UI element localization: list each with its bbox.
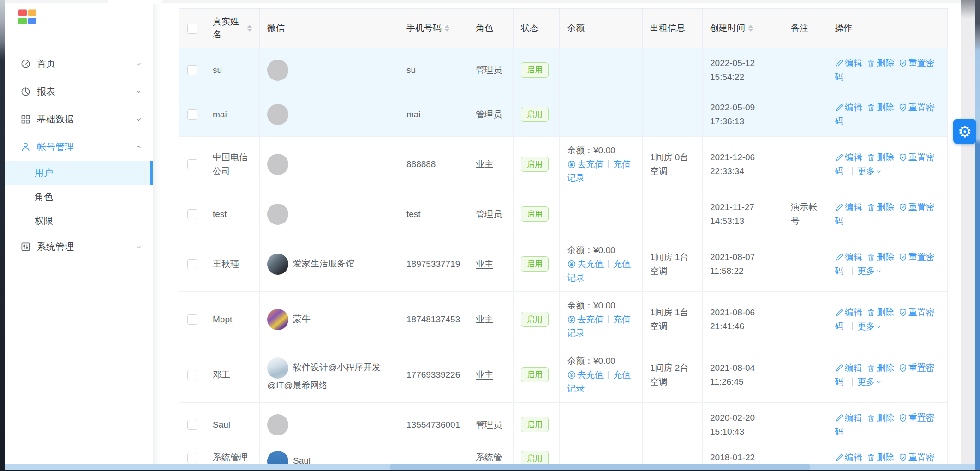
edit-label: 编辑 (845, 252, 862, 262)
role-link[interactable]: 业主 (476, 314, 493, 324)
sidebar-item-home[interactable]: 首页 (5, 50, 153, 78)
role-text: 管理员 (476, 109, 502, 119)
row-checkbox[interactable] (187, 370, 197, 380)
wechat-avatar (267, 254, 288, 275)
sort-desc-caret[interactable] (445, 29, 449, 32)
row-checkbox[interactable] (187, 420, 197, 430)
row-checkbox[interactable] (187, 65, 197, 75)
edit-link[interactable]: 编辑 (835, 363, 862, 373)
status-badge: 启用 (521, 367, 549, 382)
delete-link[interactable]: 删除 (866, 413, 894, 423)
table-row: 邓工软件设计@小程序开发@IT@晨希网络17769339226业主启用余额：¥0… (179, 347, 948, 403)
cell-name: mai (205, 92, 260, 137)
row-checkbox[interactable] (187, 109, 197, 120)
edit-link[interactable]: 编辑 (835, 252, 862, 262)
sidebar-item-users[interactable]: 用户 (5, 161, 153, 185)
cell-role: 管理员 (468, 92, 514, 137)
role-text: 管理员 (476, 420, 502, 429)
sort-desc-caret[interactable] (748, 29, 753, 32)
cell-phone: su (399, 48, 468, 92)
cell-select (179, 137, 205, 192)
more-link[interactable]: 更多 (857, 321, 882, 331)
edit-link[interactable]: 编辑 (835, 202, 862, 212)
recharge-link[interactable]: 去充值 (567, 314, 604, 324)
sidebar-item-system[interactable]: 系统管理 (5, 233, 153, 260)
cell-ops: 编辑删除重置密码更多 (827, 347, 948, 403)
column-header-name[interactable]: 真实姓名 (205, 9, 260, 48)
delete-link[interactable]: 删除 (866, 363, 894, 373)
inner-scrollbar-track[interactable] (961, 0, 975, 471)
delete-link[interactable]: 删除 (866, 58, 894, 68)
delete-link[interactable]: 删除 (866, 308, 894, 317)
sort-asc-caret[interactable] (247, 25, 252, 28)
delete-label: 删除 (877, 252, 894, 262)
cell-wechat (260, 192, 399, 236)
delete-label: 删除 (877, 363, 894, 373)
edit-link[interactable]: 编辑 (835, 58, 862, 68)
more-label: 更多 (857, 266, 875, 276)
shield-check-icon (898, 253, 908, 262)
edit-link[interactable]: 编辑 (835, 308, 862, 317)
sidebar-item-base-data[interactable]: 基础数据 (5, 105, 153, 133)
role-link[interactable]: 业主 (476, 370, 493, 380)
vertical-scrollbar[interactable] (975, 0, 980, 471)
role-link[interactable]: 业主 (476, 159, 493, 169)
edit-link[interactable]: 编辑 (835, 413, 862, 423)
delete-link[interactable]: 删除 (866, 453, 894, 462)
column-header-created[interactable]: 创建时间 (703, 9, 783, 48)
sort-asc-caret[interactable] (445, 25, 449, 28)
row-checkbox[interactable] (187, 453, 197, 463)
edit-link[interactable]: 编辑 (835, 103, 862, 112)
recharge-label: 去充值 (577, 370, 604, 380)
horizontal-scrollbar[interactable] (0, 464, 975, 470)
cell-status: 启用 (514, 192, 560, 236)
sidebar-item-accounts[interactable]: 帐号管理 (5, 133, 153, 161)
row-checkbox[interactable] (187, 159, 197, 169)
edit-link[interactable]: 编辑 (835, 152, 862, 162)
sidebar-item-roles[interactable]: 角色 (5, 185, 153, 209)
row-checkbox[interactable] (187, 259, 197, 269)
cell-wechat (260, 403, 399, 447)
sidebar-menu: 首页报表基础数据帐号管理用户角色权限系统管理 (5, 50, 153, 260)
column-header-label: 手机号码 (406, 22, 442, 35)
delete-link[interactable]: 删除 (866, 152, 894, 162)
user-icon (20, 142, 31, 152)
sort-carets[interactable] (445, 25, 449, 32)
column-header-balance: 余额 (560, 9, 643, 48)
cell-remark (783, 48, 827, 92)
column-header-phone[interactable]: 手机号码 (399, 9, 468, 48)
select-all-checkbox[interactable] (187, 24, 197, 34)
delete-link[interactable]: 删除 (866, 252, 894, 262)
sort-asc-caret[interactable] (748, 25, 753, 28)
column-header-wechat: 微信 (260, 9, 399, 48)
more-link[interactable]: 更多 (857, 266, 882, 276)
horizontal-scrollbar-thumb[interactable] (390, 464, 810, 470)
sort-carets[interactable] (748, 25, 753, 32)
cell-status: 启用 (514, 92, 560, 137)
row-checkbox[interactable] (187, 209, 197, 219)
edit-link[interactable]: 编辑 (835, 453, 862, 462)
cell-name: 邓工 (205, 347, 260, 403)
sidebar-item-reports[interactable]: 报表 (5, 78, 153, 105)
more-link[interactable]: 更多 (857, 377, 882, 386)
recharge-link[interactable]: 去充值 (567, 370, 604, 380)
caret-down-icon (875, 323, 882, 330)
row-checkbox[interactable] (187, 314, 197, 325)
delete-link[interactable]: 删除 (866, 202, 894, 212)
recharge-link[interactable]: 去充值 (567, 159, 604, 169)
more-link[interactable]: 更多 (857, 166, 882, 176)
delete-link[interactable]: 删除 (866, 103, 894, 112)
cell-status: 启用 (514, 403, 560, 447)
edit-label: 编辑 (845, 453, 862, 462)
role-link[interactable]: 业主 (476, 259, 493, 269)
recharge-link[interactable]: 去充值 (567, 259, 604, 269)
sort-desc-caret[interactable] (247, 29, 252, 32)
sort-carets[interactable] (247, 25, 252, 32)
cell-ops: 编辑删除重置密码 (827, 192, 948, 236)
sidebar-item-permissions[interactable]: 权限 (5, 209, 153, 233)
settings-gear-button[interactable]: ⚙ (953, 119, 976, 144)
wechat-avatar (267, 204, 288, 225)
cell-remark: 演示帐号 (783, 192, 827, 236)
cell-status: 启用 (514, 236, 560, 292)
edit-icon (835, 203, 844, 212)
